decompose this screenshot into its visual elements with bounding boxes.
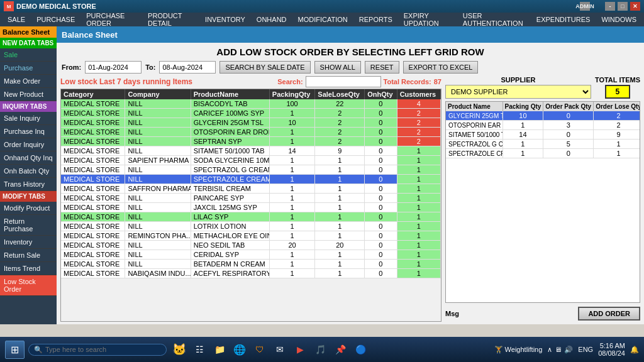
- taskbar-app-grid[interactable]: ☷: [191, 341, 208, 358]
- taskbar-app-mail[interactable]: ✉: [271, 341, 289, 358]
- close-btn[interactable]: ✕: [630, 2, 640, 11]
- cell-category: MEDICAL STORE: [61, 250, 125, 260]
- right-cell-order-pack: 0: [543, 149, 594, 158]
- menu-onhand[interactable]: ONHAND: [252, 14, 292, 25]
- table-row[interactable]: MEDICAL STORE NABIQASIM INDU... ACEFYL R…: [61, 269, 441, 278]
- taskbar-app-cat[interactable]: 🐱: [170, 341, 188, 358]
- menu-reports[interactable]: REPORTS: [354, 14, 397, 25]
- sidebar-item-modify-product[interactable]: Modify Product: [0, 202, 57, 215]
- left-grid[interactable]: Category Company ProductName PackingQty …: [60, 89, 441, 322]
- right-table-row[interactable]: OTOSPORIN EAR DROP 1 3 2 X: [446, 121, 640, 130]
- table-row[interactable]: MEDICAL STORE NILL SPECTRAZOL G CREAM 1 …: [61, 165, 441, 175]
- right-table-row[interactable]: SITAMET 50/1000 TAB 14 0 9 X: [446, 130, 640, 140]
- right-table-row[interactable]: GLYCERIN 25GM TSL 10 0 2 X: [446, 111, 640, 121]
- taskbar-app-folder[interactable]: 📁: [211, 341, 228, 358]
- taskbar-app-shield[interactable]: 🛡: [251, 341, 269, 358]
- menu-purchase-order[interactable]: PURCHASE ORDER: [81, 11, 142, 28]
- table-row[interactable]: MEDICAL STORE SAPIENT PHARMA SODA GLYCER…: [61, 156, 441, 165]
- sidebar-item-return-sale[interactable]: Return Sale: [0, 249, 57, 262]
- export-excel-btn[interactable]: EXPORT TO EXCEL: [403, 61, 479, 74]
- taskbar-search-box[interactable]: 🔍: [28, 344, 167, 356]
- app-logo: M: [4, 1, 14, 11]
- sidebar-item-trans-history[interactable]: Trans History: [0, 178, 57, 191]
- right-cell-order-pack: 0: [543, 111, 594, 121]
- table-row[interactable]: MEDICAL STORE NILL SITAMET 50/1000 TAB 1…: [61, 146, 441, 156]
- search-input[interactable]: [306, 76, 381, 87]
- add-order-btn[interactable]: ADD ORDER: [578, 307, 640, 321]
- menu-modification[interactable]: MODIFICATION: [293, 14, 353, 25]
- table-row[interactable]: MEDICAL STORE NILL CERIDAL SYP 1 1 0 1: [61, 250, 441, 260]
- taskbar-search-input[interactable]: [45, 346, 161, 353]
- table-row[interactable]: MEDICAL STORE NILL GLYCERIN 25GM TSL 10 …: [61, 118, 441, 128]
- right-table-row[interactable]: SPECTRAZOLE CREAM 1 0 1 X: [446, 149, 640, 158]
- cell-sale: 1: [315, 222, 365, 231]
- table-row[interactable]: MEDICAL STORE NILL LOTRIX LOTION 1 1 0 1: [61, 222, 441, 231]
- sidebar-item-order-inquiry[interactable]: Order Inquiry: [0, 138, 57, 151]
- cell-cust: 2: [397, 109, 440, 118]
- table-row[interactable]: MEDICAL STORE NILL BISACODYL TAB 100 22 …: [61, 99, 441, 109]
- sidebar-item-items-trend[interactable]: Items Trend: [0, 262, 57, 275]
- menu-expenditures[interactable]: EXPENDITURES: [531, 14, 596, 25]
- taskbar-app-play[interactable]: ▶: [291, 341, 309, 358]
- from-date-input[interactable]: [85, 61, 142, 74]
- table-row[interactable]: MEDICAL STORE NILL PAINCARE SYP 1 1 0 1: [61, 194, 441, 203]
- show-all-btn[interactable]: SHOW ALL: [314, 61, 361, 74]
- reset-btn[interactable]: RESET: [365, 61, 399, 74]
- supplier-section: SUPPLIER DEMO SUPPLIER: [445, 76, 591, 99]
- cell-company: NILL: [125, 99, 191, 109]
- table-row[interactable]: MEDICAL STORE NILL CARICEF 100MG SYP 1 2…: [61, 109, 441, 118]
- total-items-input[interactable]: [605, 85, 630, 99]
- balance-sheet-label[interactable]: Balance Sheet: [0, 26, 57, 38]
- sidebar-item-onh-batch[interactable]: Onh Batch Qty: [0, 165, 57, 178]
- table-row[interactable]: MEDICAL STORE NILL SEPTRAN SYP 1 2 0 2: [61, 137, 441, 146]
- cell-onh: 0: [365, 137, 397, 146]
- menu-inventory[interactable]: INVENTORY: [200, 14, 250, 25]
- search-by-sale-date-btn[interactable]: SEARCH BY SALE DATE: [219, 61, 310, 74]
- taskbar-app-circle[interactable]: 🔵: [352, 341, 369, 358]
- sidebar-item-inventory[interactable]: Inventory: [0, 236, 57, 249]
- table-row[interactable]: MEDICAL STORE NILL SPECTRAZOLE CREAM 1 1…: [61, 175, 441, 184]
- msg-row: Msg ADD ORDER: [445, 305, 640, 322]
- sidebar-item-sale[interactable]: Sale: [0, 48, 57, 62]
- cell-sale: 2: [315, 118, 365, 128]
- minimize-btn[interactable]: -: [605, 2, 615, 11]
- table-row[interactable]: MEDICAL STORE NILL LILAC SYP 1 1 0 1: [61, 212, 441, 222]
- table-row[interactable]: MEDICAL STORE REMINGTON PHA... METHACHLO…: [61, 231, 441, 241]
- sidebar-item-purchase[interactable]: Purchase: [0, 62, 57, 75]
- sidebar-item-onhand-qty[interactable]: Onhand Qty Inq: [0, 151, 57, 165]
- cell-onh: 0: [365, 118, 397, 128]
- supplier-select[interactable]: DEMO SUPPLIER: [445, 85, 591, 99]
- menu-user-auth[interactable]: USER AUTHENTICATION: [458, 11, 530, 28]
- menu-sale[interactable]: SALE: [3, 14, 30, 25]
- table-row[interactable]: MEDICAL STORE SAFFRON PHARMA TERBISIL CR…: [61, 184, 441, 194]
- window-controls[interactable]: ADMIN - □ ✕: [580, 2, 640, 11]
- sidebar-item-low-stock-order[interactable]: Low Stock Order: [0, 275, 57, 296]
- taskbar-app-pin[interactable]: 📌: [331, 341, 349, 358]
- to-date-input[interactable]: [159, 61, 216, 74]
- cell-onh: 0: [365, 260, 397, 269]
- right-grid[interactable]: Product Name Packing Qty Order Pack Qty …: [445, 101, 640, 303]
- sidebar-item-return-purchase[interactable]: Return Purchase: [0, 215, 57, 236]
- sidebar-item-make-order[interactable]: Make Order: [0, 75, 57, 88]
- right-col-order: Order Pack Qty: [543, 102, 594, 111]
- table-row[interactable]: MEDICAL STORE NILL BETADERM N CREAM 1 1 …: [61, 260, 441, 269]
- start-button[interactable]: ⊞: [5, 341, 25, 359]
- right-table-row[interactable]: SPECTRAZOL G CREAM 1 5 1 X: [446, 140, 640, 149]
- total-items-label: TOTAL ITEMS: [595, 76, 640, 84]
- taskbar-app-browser[interactable]: 🌐: [231, 341, 248, 358]
- taskbar-notif[interactable]: 🔔: [630, 346, 639, 354]
- table-row[interactable]: MEDICAL STORE NILL NEO SEDIL TAB 20 20 0…: [61, 241, 441, 250]
- menu-expiry[interactable]: EXPIRY UPDATION: [399, 11, 457, 28]
- sidebar-item-purchase-inq[interactable]: Purchase Inq: [0, 125, 57, 138]
- maximize-btn[interactable]: □: [618, 2, 628, 11]
- page-title: ADD LOW STOCK ORDER BY SELECTING LEFT GR…: [57, 43, 644, 58]
- menu-product-detail[interactable]: PRODUCT DETAIL: [143, 11, 199, 28]
- main-layout: Balance Sheet NEW DATA TABS Sale Purchas…: [0, 26, 644, 324]
- menu-windows[interactable]: WINDOWS: [596, 14, 641, 25]
- table-row[interactable]: MEDICAL STORE NILL OTOSPORIN EAR DROP 1 …: [61, 128, 441, 137]
- sidebar-item-sale-inquiry[interactable]: Sale Inquiry: [0, 112, 57, 125]
- taskbar-app-music[interactable]: 🎵: [311, 341, 329, 358]
- menu-purchase[interactable]: PURCHASE: [31, 14, 80, 25]
- table-row[interactable]: MEDICAL STORE NILL JAXCIL 125MG SYP 1 1 …: [61, 203, 441, 212]
- sidebar-item-new-product[interactable]: New Product: [0, 88, 57, 101]
